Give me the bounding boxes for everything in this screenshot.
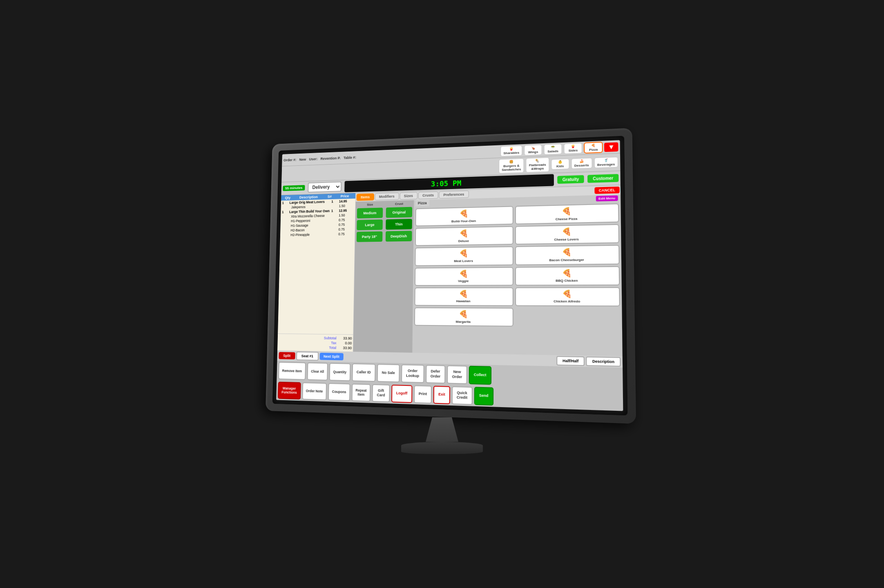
remove-item-button[interactable]: Remove Item [278, 362, 306, 380]
pizza-btn-label: Meat Lovers [454, 259, 473, 263]
item-price: 14.95 [339, 199, 354, 203]
seat-button[interactable]: Seat #1 [296, 352, 319, 361]
pizza-btn-label: BBQ Chicken [556, 279, 578, 283]
defer-order-button[interactable]: DeferOrder [426, 365, 446, 383]
item-qty: 1 [282, 210, 289, 214]
logoff-button[interactable]: Logoff [391, 385, 412, 403]
description-button[interactable]: Description [586, 356, 621, 367]
size-label: Size [357, 203, 383, 207]
item-price: 12.95 [339, 208, 354, 212]
exit-button[interactable]: Exit [433, 385, 450, 404]
cat-btn-sharables[interactable]: 🍟Sharables [500, 145, 522, 157]
tab-items[interactable]: Items [357, 193, 374, 200]
send-button[interactable]: Send [474, 387, 493, 405]
cat-btn-salads[interactable]: 🥗Salads [544, 143, 563, 155]
half-half-button[interactable]: Half/Half [556, 356, 585, 366]
print-button[interactable]: Print [414, 385, 432, 403]
terminal-body: Order #: New User: Revention P. Table #:… [266, 128, 636, 424]
order-number-label: Order #: [284, 158, 297, 162]
pizza-btn-label: Veggie [458, 279, 469, 283]
size-btn-large[interactable]: Large [357, 219, 383, 230]
cat-btn-pizza[interactable]: 🍕Pizza [584, 142, 603, 154]
next-split-button[interactable]: Next Split [319, 353, 343, 361]
cat-btn-kids[interactable]: 👶Kids [551, 158, 569, 170]
split-button[interactable]: Split [279, 352, 295, 359]
pizza-icon: 🍕 [459, 310, 468, 319]
pizza-btn-margarita[interactable]: 🍕 Margarita [414, 307, 513, 327]
quantity-button[interactable]: Quantity [329, 363, 350, 381]
collect-button[interactable]: Collect [469, 366, 491, 385]
caller-id-button[interactable]: Caller ID [352, 363, 376, 381]
item-price: 0.75 [339, 218, 354, 222]
cat-btn-sides[interactable]: 🍟Sides [564, 143, 583, 154]
order-note-button[interactable]: Order Note [302, 382, 327, 400]
pizza-btn-build-your-own[interactable]: 🍕 Build-Your-Own [415, 206, 513, 226]
order-items-list: 1 Large Orig Meat Lovers 1 14.95 Jalepen… [278, 198, 355, 334]
item-price: 0.75 [338, 227, 353, 231]
cat-btn-desserts[interactable]: 🍰Desserts [571, 157, 592, 169]
pizza-btn-hawaiian[interactable]: 🍕 Hawaiian [414, 287, 513, 306]
item-price: 0.75 [338, 232, 353, 236]
tab-preferences[interactable]: Preferences [439, 191, 469, 199]
crust-btn-original[interactable]: Original [386, 207, 413, 218]
order-lookup-button[interactable]: OrderLookup [401, 365, 424, 383]
tab-sizes[interactable]: Sizes [400, 192, 417, 200]
pizza-icon: 🍕 [459, 270, 468, 278]
pizza-btn-label: Deluxe [458, 239, 469, 243]
pizza-icon: 🍕 [459, 209, 468, 218]
gift-card-button[interactable]: GiftCard [372, 384, 390, 402]
pizza-btn-chicken-alfredo[interactable]: 🍕 Chicken Alfredo [515, 287, 620, 307]
subtotal-label: Subtotal [279, 336, 336, 341]
col-price: Price [335, 194, 355, 198]
pizza-btn-cheese-lovers[interactable]: 🍕 Cheese Lovers [515, 224, 619, 245]
pizza-btn-bbq-chicken[interactable]: 🍕 BBQ Chicken [515, 266, 620, 285]
order-type-select[interactable]: Delivery Dine In Pickup [308, 182, 342, 193]
pizza-btn-bacon-cheeseburger[interactable]: 🍕 Bacon Cheeseburger [515, 245, 620, 265]
pizza-icon: 🍕 [459, 290, 468, 299]
pizza-btn-veggie[interactable]: 🍕 Veggie [415, 267, 513, 286]
pizza-btn-label: Margarita [456, 320, 471, 324]
cat-btn-burgers[interactable]: 🍔Burgers &Sandwiches [498, 158, 524, 174]
repeat-item-button[interactable]: RepeatItem [352, 383, 371, 402]
crust-label: Crust [386, 202, 412, 206]
cat-btn-wings[interactable]: 🍗Wings [524, 144, 542, 156]
tab-modifiers[interactable]: Modifiers [375, 193, 399, 200]
pizza-btn-meat-lovers[interactable]: 🍕 Meat Lovers [415, 246, 513, 266]
total-value: 33.90 [336, 346, 352, 350]
coupons-button[interactable]: Coupons [328, 383, 350, 401]
no-sale-button[interactable]: No Sale [377, 364, 400, 382]
table-label: Table #: [344, 155, 356, 160]
order-item-8[interactable]: H2-Pineapple 0.75 [280, 232, 355, 238]
new-order-button[interactable]: NewOrder [447, 365, 467, 384]
quick-credit-button[interactable]: QuickCredit [452, 386, 473, 405]
user-label: User: [309, 157, 317, 161]
col-qty: Qty [282, 196, 293, 200]
pizza-btn-cheese-pizza[interactable]: 🍕 Cheese Pizza [515, 203, 619, 225]
order-totals: Subtotal 33.90 Tax 0.00 Total 33.90 [277, 334, 353, 352]
clear-all-button[interactable]: Clear All [307, 363, 328, 381]
pizza-btn-deluxe[interactable]: 🍕 Deluxe [415, 226, 513, 246]
size-btn-medium[interactable]: Medium [357, 207, 383, 218]
order-info: Order #: New User: Revention P. Table #: [284, 152, 359, 165]
cancel-button[interactable]: CANCEL [594, 187, 620, 194]
total-label: Total [279, 345, 336, 350]
pizza-icon: 🍕 [562, 248, 571, 257]
tab-crusts[interactable]: Crusts [418, 192, 438, 199]
edit-menu-button[interactable]: Edit Menu [596, 195, 618, 201]
scroll-down-button[interactable]: ▼ [604, 142, 618, 152]
crust-btn-thin[interactable]: Thin [386, 219, 412, 230]
gratuity-button[interactable]: Gratuity [557, 175, 584, 184]
bottom-controls: Split Seat #1 Next Split Half/Half Descr… [276, 350, 623, 411]
customer-button[interactable]: Customer [587, 174, 618, 183]
pizza-icon: 🍕 [562, 227, 571, 236]
screen-bezel: Order #: New User: Revention P. Table #:… [272, 136, 628, 415]
cat-btn-flatbreads[interactable]: 🌯Flatbreads&Wraps [526, 157, 549, 173]
total-row: Total 33.90 [279, 345, 352, 351]
size-btn-party18[interactable]: Party 18" [357, 232, 383, 242]
cat-btn-beverages[interactable]: 🥤Beverages [594, 156, 618, 169]
pizza-icon: 🍕 [459, 229, 468, 238]
item-qty: 1 [282, 201, 290, 205]
pizza-btn-label: Build-Your-Own [451, 219, 476, 223]
crust-btn-deepdish[interactable]: DeepDish [386, 231, 412, 241]
manager-functions-button[interactable]: ManagerFunctions [278, 381, 301, 399]
